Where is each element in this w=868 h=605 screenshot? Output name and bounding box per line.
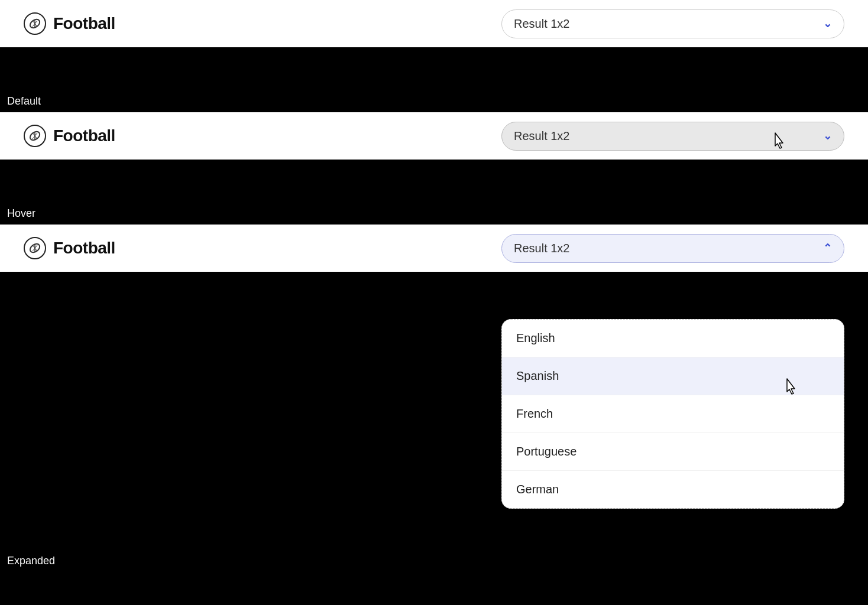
section-bar-default: Football Result 1x2 ⌄ — [0, 0, 868, 47]
football-icon-hover — [24, 125, 46, 147]
chevron-up-icon-expanded: ⌃ — [823, 242, 832, 255]
dropdown-list-expanded: English Spanish French Portuguese German — [501, 319, 844, 509]
brand-expanded: Football — [24, 237, 115, 259]
section-expanded: Football Result 1x2 ⌃ English Spanish Fr… — [0, 225, 868, 579]
option-portuguese[interactable]: Portuguese — [502, 433, 844, 471]
brand-title-default: Football — [53, 14, 115, 33]
option-spanish[interactable]: Spanish — [502, 357, 844, 395]
dropdown-default[interactable]: Result 1x2 ⌄ — [501, 9, 844, 38]
option-spanish-label: Spanish — [516, 369, 559, 382]
brand-title-expanded: Football — [53, 239, 115, 258]
state-label-hover: Hover — [7, 207, 35, 220]
option-english[interactable]: English — [502, 320, 844, 357]
section-default: Football Result 1x2 ⌄ Default — [0, 0, 868, 112]
dropdown-expanded[interactable]: Result 1x2 ⌃ — [501, 234, 844, 263]
brand-hover: Football — [24, 125, 115, 147]
dropdown-label-default: Result 1x2 — [514, 17, 570, 31]
section-bar-hover: Football Result 1x2 ⌄ — [0, 112, 868, 160]
chevron-down-icon-default: ⌄ — [823, 17, 832, 30]
football-icon-default — [24, 12, 46, 35]
dropdown-label-expanded: Result 1x2 — [514, 242, 570, 255]
state-label-expanded: Expanded — [0, 550, 62, 572]
chevron-down-icon-hover: ⌄ — [823, 129, 832, 142]
option-german[interactable]: German — [502, 471, 844, 508]
cursor-pointer-hover — [772, 131, 791, 156]
football-icon-expanded — [24, 237, 46, 259]
option-french[interactable]: French — [502, 395, 844, 433]
section-hover: Football Result 1x2 ⌄ Hover — [0, 112, 868, 225]
brand-default: Football — [24, 12, 115, 35]
section-bar-expanded: Football Result 1x2 ⌃ — [0, 225, 868, 272]
dropdown-hover[interactable]: Result 1x2 ⌄ — [501, 122, 844, 151]
dropdown-label-hover: Result 1x2 — [514, 129, 570, 143]
state-label-default: Default — [7, 95, 41, 108]
brand-title-hover: Football — [53, 126, 115, 145]
